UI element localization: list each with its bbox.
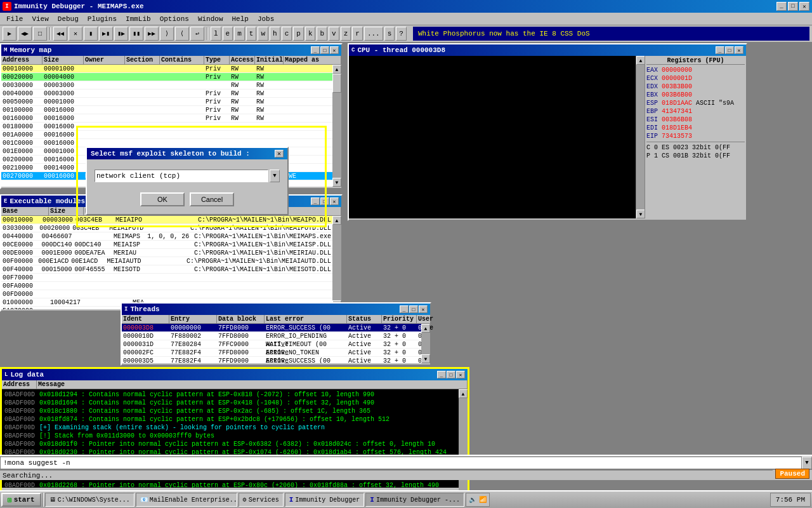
table-row[interactable]: 03030000 00020000 003C4EB MEIAIPOTD C:\P… [1, 224, 332, 232]
table-row[interactable]: 0000010D 7F880002 7FFD8000 ERROR_IO_PEND… [122, 332, 421, 340]
table-row[interactable]: 00F40000 00015000 00F46555 MEISOTD C:\PR… [1, 265, 332, 274]
toolbar-btn-12[interactable]: ⟨ [175, 27, 189, 41]
taskbar-item-immunity2[interactable]: I Immunity Debugger -... [365, 493, 464, 507]
toolbar-btn-1[interactable]: ▶ [3, 27, 16, 41]
table-row[interactable]: 00100000 00016000 Priv RW RW [1, 106, 332, 114]
table-row[interactable]: 00F70000 [1, 274, 332, 282]
toolbar-c[interactable]: c [282, 27, 292, 41]
taskbar-item-cmd[interactable]: 🖥 C:\WINDOWS\Syste... [45, 493, 134, 507]
close-button[interactable]: ✕ [799, 2, 809, 11]
toolbar-b[interactable]: b [317, 27, 327, 41]
toolbar-btn-5[interactable]: ✕ [69, 27, 82, 41]
start-button[interactable]: ⊞ start [1, 493, 41, 507]
dialog-cancel-button[interactable]: Cancel [190, 192, 234, 206]
cpu-restore[interactable]: □ [725, 46, 734, 54]
cpu-disasm[interactable] [349, 56, 636, 218]
menu-window[interactable]: Window [194, 14, 227, 24]
command-dropdown[interactable]: ▼ [802, 457, 812, 469]
threads-scroll-track[interactable] [421, 333, 430, 354]
table-row[interactable]: 000003D5 77E882F4 7FFD9000 ERROR_SUCCESS… [122, 357, 421, 363]
table-row[interactable]: 00010000 00001000 Priv RW RW [1, 65, 332, 73]
table-row[interactable]: 00180000 00016000 [1, 123, 332, 131]
log-scrollbar[interactable]: ▲ ▼ [459, 389, 468, 500]
toolbar-k[interactable]: k [305, 27, 316, 41]
toolbar-btn-7[interactable]: ▶▮ [99, 27, 113, 41]
table-row[interactable]: 00440000 00466607 MEIMAPS 1, 0, 0, 26 C:… [1, 232, 332, 241]
threads-scroll-up[interactable]: ▲ [421, 324, 430, 333]
table-row[interactable]: 00020000 00004000 Priv RW RW [1, 73, 332, 81]
threads-close[interactable]: ✕ [419, 305, 428, 313]
cpu-minimize[interactable]: _ [716, 46, 724, 54]
table-row[interactable]: 000003D8 00000000 7FFD8000 ERROR_SUCCESS… [122, 324, 421, 332]
toolbar-btn-4[interactable]: ◀◀ [53, 27, 67, 41]
toolbar-w[interactable]: w [258, 27, 268, 41]
menu-plugins[interactable]: Plugins [84, 14, 121, 24]
cpu-scroll-down[interactable]: ▼ [636, 210, 645, 218]
toolbar-e[interactable]: e [223, 27, 233, 41]
table-row[interactable]: 00FA0000 [1, 282, 332, 290]
scroll-track[interactable] [332, 74, 341, 178]
taskbar-item-immunity1[interactable]: I Immunity Debugger [285, 493, 365, 507]
taskbar-item-services[interactable]: ⚙ Services [239, 493, 284, 507]
toolbar-btn-8[interactable]: ▮▶ [114, 27, 128, 41]
exe-scroll-track[interactable] [332, 225, 341, 300]
toolbar-h[interactable]: h [270, 27, 280, 41]
threads-scroll-down[interactable]: ▼ [421, 354, 430, 363]
table-row[interactable]: 00050000 00001000 Priv RW RW [1, 98, 332, 106]
dialog-close-button[interactable]: ✕ [275, 150, 284, 157]
scroll-down[interactable]: ▼ [332, 178, 341, 187]
menu-file[interactable]: File [3, 14, 27, 24]
cpu-scroll-up[interactable]: ▲ [636, 56, 645, 65]
memory-map-minimize[interactable]: _ [311, 46, 320, 54]
log-minimize[interactable]: _ [437, 371, 446, 378]
exploit-type-dropdown[interactable]: ▼ [270, 170, 280, 182]
menu-jobs[interactable]: Jobs [254, 14, 278, 24]
table-row[interactable]: 00F00000 000E1ACD 00E1ACD MEIAIAUTD C:\P… [1, 257, 332, 265]
scroll-thumb[interactable] [332, 74, 341, 93]
table-row[interactable]: 00FD0000 [1, 290, 332, 298]
toolbar-p[interactable]: p [293, 27, 304, 41]
cpu-scroll-track[interactable] [636, 65, 645, 210]
maximize-button[interactable]: □ [788, 2, 798, 11]
toolbar-v[interactable]: v [329, 27, 339, 41]
exe-scroll-up[interactable]: ▲ [332, 216, 341, 225]
dialog-ok-button[interactable]: OK [140, 192, 185, 206]
log-restore[interactable]: □ [447, 371, 455, 378]
table-row[interactable]: 00010000 00003000 003C4EB MEIAIPO C:\PRO… [1, 216, 332, 224]
exe-minimize[interactable]: _ [311, 197, 320, 205]
threads-scrollbar[interactable]: ▲ ▼ [421, 324, 430, 363]
toolbar-btn-3[interactable]: □ [33, 27, 47, 41]
toolbar-l[interactable]: l [211, 27, 221, 41]
toolbar-z[interactable]: z [341, 27, 351, 41]
menu-debug[interactable]: Debug [54, 14, 82, 24]
toolbar-question[interactable]: ? [396, 27, 407, 41]
exe-close[interactable]: ✕ [330, 197, 339, 205]
taskbar-item-mailenable[interactable]: 📧 MailEnable Enterprise... [136, 493, 237, 507]
exploit-type-select[interactable] [95, 170, 268, 182]
memory-map-close[interactable]: ✕ [330, 46, 339, 54]
menu-options[interactable]: Options [156, 14, 193, 24]
scroll-up[interactable]: ▲ [332, 65, 341, 74]
toolbar-btn-9[interactable]: ▮▮ [129, 27, 143, 41]
toolbar-ellipsis[interactable]: ... [364, 27, 383, 41]
log-scroll-up[interactable]: ▲ [459, 389, 468, 398]
cpu-close[interactable]: ✕ [735, 46, 743, 54]
table-row[interactable]: 00030000 00003000 RW RW [1, 81, 332, 90]
command-input[interactable] [0, 457, 802, 469]
minimize-button[interactable]: _ [776, 2, 787, 11]
menu-help[interactable]: Help [228, 14, 252, 24]
table-row[interactable]: 00160000 00016000 Priv RW RW [1, 114, 332, 123]
toolbar-r[interactable]: r [352, 27, 363, 41]
menu-immlib[interactable]: ImmLib [122, 14, 155, 24]
toolbar-btn-11[interactable]: ⟩ [160, 27, 174, 41]
log-close[interactable]: ✕ [456, 371, 465, 378]
table-row[interactable]: 001A0000 00016000 [1, 131, 332, 139]
toolbar-s[interactable]: s [384, 27, 395, 41]
toolbar-btn-13[interactable]: ↩ [190, 27, 204, 41]
table-row[interactable]: 00040000 00003000 Priv RW RW [1, 90, 332, 98]
toolbar-btn-2[interactable]: ◀▶ [18, 27, 32, 41]
threads-minimize[interactable]: _ [400, 305, 409, 313]
table-row[interactable]: 00DE0000 0001E000 00DEA7EA MERIAU C:\PRO… [1, 249, 332, 257]
table-row[interactable]: 0000031D 77E80284 7FFC9000 WAIT_TIMEOUT … [122, 340, 421, 349]
exe-scrollbar[interactable]: ▲ ▼ [332, 216, 341, 309]
